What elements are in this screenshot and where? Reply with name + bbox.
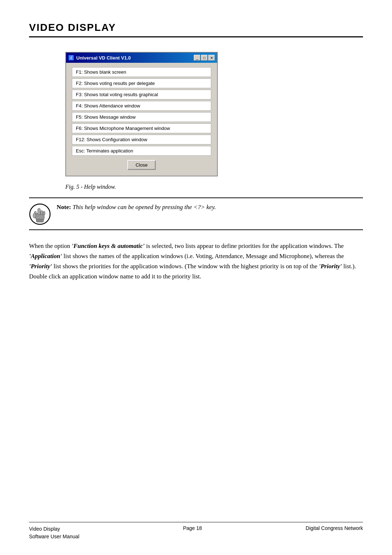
list-item: F4: Shows Attendance window bbox=[72, 101, 211, 111]
page-header: VIDEO DISPLAY bbox=[29, 22, 363, 37]
win-dialog: i Universal VD Client V1.0 _ □ ✕ F1: Sho… bbox=[65, 52, 218, 176]
note-label: Note: bbox=[57, 204, 71, 211]
page-title: VIDEO DISPLAY bbox=[29, 22, 363, 37]
svg-rect-5 bbox=[43, 211, 45, 215]
win-button-row: Close bbox=[72, 160, 211, 170]
svg-point-7 bbox=[33, 213, 36, 218]
dialog-container: i Universal VD Client V1.0 _ □ ✕ F1: Sho… bbox=[65, 52, 218, 176]
win-titlebar-left: i Universal VD Client V1.0 bbox=[68, 55, 131, 61]
list-item: F12: Shows Configuration window bbox=[72, 135, 211, 144]
note-icon bbox=[29, 203, 51, 225]
list-item: F1: Shows blank screen bbox=[72, 67, 211, 77]
footer-left-line2: Software User Manual bbox=[29, 533, 79, 540]
list-item: F2: Shows voting results per delegate bbox=[72, 78, 211, 88]
close-dialog-button[interactable]: Close bbox=[127, 160, 155, 170]
fig-caption: Fig. 5 - Help window. bbox=[65, 184, 363, 190]
close-button-title[interactable]: ✕ bbox=[208, 55, 215, 61]
note-body: This help window can be opened by pressi… bbox=[73, 204, 216, 211]
note-text: Note: This help window can be opened by … bbox=[57, 203, 216, 212]
footer-center: Page 18 bbox=[183, 525, 202, 531]
footer-left-line1: Video Display bbox=[29, 525, 79, 533]
list-item: F5: Shows Message window bbox=[72, 112, 211, 122]
minimize-button[interactable]: _ bbox=[194, 55, 200, 61]
list-item: F3: Shows total voting results graphical bbox=[72, 90, 211, 99]
list-item: Esc: Terminates application bbox=[72, 146, 211, 156]
win-title-icon: i bbox=[68, 55, 74, 61]
svg-rect-4 bbox=[41, 211, 43, 215]
page-container: VIDEO DISPLAY i Universal VD Client V1.0… bbox=[0, 0, 392, 555]
win-controls: _ □ ✕ bbox=[194, 55, 215, 61]
footer-right: Digital Congress Network bbox=[306, 525, 363, 531]
win-title-text: Universal VD Client V1.0 bbox=[76, 55, 131, 61]
page-footer: Video Display Software User Manual Page … bbox=[29, 522, 363, 540]
footer-left: Video Display Software User Manual bbox=[29, 525, 79, 540]
svg-rect-3 bbox=[38, 208, 40, 215]
win-body: F1: Shows blank screen F2: Shows voting … bbox=[66, 63, 217, 176]
body-paragraph: When the option 'Function keys & automat… bbox=[29, 241, 363, 282]
note-box: Note: This help window can be opened by … bbox=[29, 197, 363, 230]
restore-button[interactable]: □ bbox=[201, 55, 208, 61]
list-item: F6: Shows Microphone Management window bbox=[72, 123, 211, 133]
win-titlebar: i Universal VD Client V1.0 _ □ ✕ bbox=[66, 53, 217, 63]
